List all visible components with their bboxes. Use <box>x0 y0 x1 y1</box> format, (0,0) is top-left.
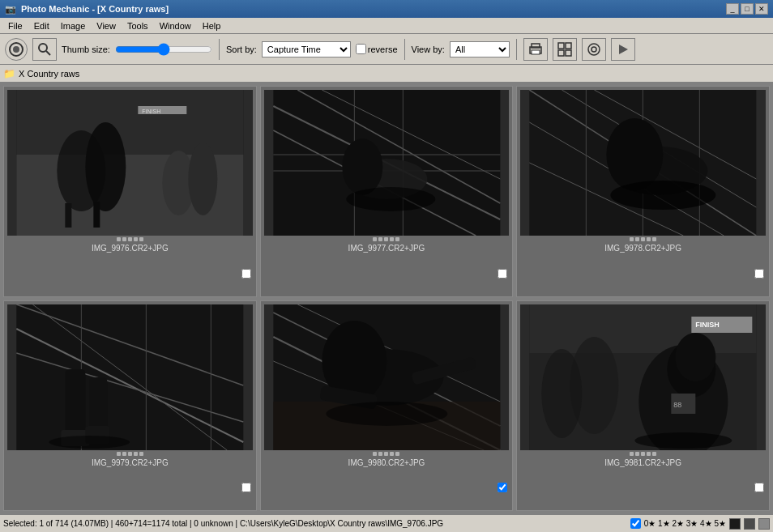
menu-file[interactable]: File <box>3 19 28 32</box>
dot <box>630 237 634 241</box>
svg-rect-20 <box>93 202 100 228</box>
thumb-size-slider[interactable] <box>115 43 212 56</box>
svg-point-83 <box>676 333 716 381</box>
menu-edit[interactable]: Edit <box>29 19 54 32</box>
photo-select-checkbox-3[interactable] <box>754 269 764 279</box>
svg-point-49 <box>611 181 716 210</box>
svg-point-2 <box>39 44 47 52</box>
photo-filename-3: IMG_9978.CR2+JPG <box>604 244 681 253</box>
sort-by-label: Sort by: <box>226 45 257 54</box>
toolbar: Thumb size: Sort by: Capture Time Filena… <box>0 34 773 65</box>
svg-rect-7 <box>558 43 564 49</box>
photo-thumbnail-3 <box>520 90 766 236</box>
list-item[interactable]: FINISH IMG_9976.CR2+JPG <box>3 86 257 297</box>
toolbar-separator-1 <box>219 39 220 60</box>
dot <box>395 452 399 456</box>
svg-rect-19 <box>65 203 71 228</box>
svg-rect-10 <box>566 50 571 56</box>
toolbar-separator-3 <box>516 39 517 60</box>
photo-dots-6 <box>630 452 656 456</box>
dot <box>117 452 121 456</box>
status-checkbox[interactable] <box>630 518 641 529</box>
photo-select-checkbox-6[interactable] <box>754 483 764 492</box>
menu-image[interactable]: Image <box>56 19 91 32</box>
svg-line-3 <box>46 51 50 55</box>
photo-filename-1: IMG_9976.CR2+JPG <box>92 244 169 253</box>
menu-bar: File Edit Image View Tools Window Help <box>0 18 773 34</box>
dot <box>641 452 645 456</box>
menu-window[interactable]: Window <box>155 19 196 32</box>
zoom-button[interactable] <box>32 38 57 61</box>
color-swatch-light[interactable] <box>758 518 770 530</box>
dot <box>122 237 126 241</box>
star-rating-label: 0★ 1★ 2★ 3★ 4★ 5★ <box>644 519 726 528</box>
menu-view[interactable]: View <box>92 19 121 32</box>
menu-help[interactable]: Help <box>198 19 226 32</box>
dot <box>134 452 138 456</box>
photo-dots-3 <box>630 237 656 241</box>
sort-by-select[interactable]: Capture Time Filename File Size Date Mod… <box>262 41 351 57</box>
dot <box>378 452 382 456</box>
dot <box>635 237 639 241</box>
print-button[interactable] <box>523 38 548 61</box>
close-button[interactable]: ✕ <box>755 3 768 15</box>
title-bar: 📷 Photo Mechanic - [X Country raws] _ □ … <box>0 0 773 18</box>
dot <box>390 237 394 241</box>
photo-select-checkbox-5[interactable] <box>498 483 507 492</box>
current-folder: X Country raws <box>19 69 79 79</box>
photo-filename-2: IMG_9977.CR2+JPG <box>348 244 425 253</box>
photo-select-checkbox-4[interactable] <box>241 483 251 492</box>
view-by-select[interactable]: All Tagged Untagged <box>450 41 510 57</box>
path-bar: 📁 X Country raws <box>0 65 773 83</box>
maximize-button[interactable]: □ <box>741 3 754 15</box>
list-item[interactable]: IMG_9978.CR2+JPG <box>516 86 770 297</box>
dot <box>652 452 656 456</box>
menu-tools[interactable]: Tools <box>122 19 153 32</box>
photo-dots-2 <box>373 237 399 241</box>
svg-text:88: 88 <box>674 401 682 409</box>
title-bar-left: 📷 Photo Mechanic - [X Country raws] <box>5 4 169 15</box>
svg-rect-58 <box>65 369 85 434</box>
svg-point-37 <box>346 187 435 211</box>
svg-point-85 <box>542 349 583 438</box>
folder-icon: 📁 <box>3 68 15 79</box>
list-item[interactable]: IMG_9980.CR2+JPG <box>260 300 514 512</box>
window-title: Photo Mechanic - [X Country raws] <box>21 4 169 14</box>
dot <box>395 237 399 241</box>
svg-point-62 <box>49 436 130 449</box>
dot <box>117 237 121 241</box>
svg-rect-8 <box>566 43 571 49</box>
dot <box>378 237 382 241</box>
thumbnail-view-button[interactable] <box>553 38 577 61</box>
dot <box>373 452 377 456</box>
photo-select-checkbox-1[interactable] <box>241 269 251 279</box>
photo-dots-1 <box>117 237 143 241</box>
loupe-button[interactable] <box>582 38 606 61</box>
slideshow-button[interactable] <box>611 38 635 61</box>
list-item[interactable]: IMG_9977.CR2+JPG <box>260 86 514 297</box>
svg-point-73 <box>326 402 447 426</box>
svg-point-86 <box>635 432 732 449</box>
color-swatch-gray[interactable] <box>744 518 755 530</box>
dot <box>641 237 645 241</box>
dot <box>134 237 138 241</box>
list-item[interactable]: IMG_9979.CR2+JPG <box>3 300 257 512</box>
svg-text:FINISH: FINISH <box>696 321 720 329</box>
reverse-checkbox[interactable] <box>356 44 366 54</box>
reverse-checkbox-label: reverse <box>356 44 398 54</box>
photo-filename-4: IMG_9979.CR2+JPG <box>92 458 169 467</box>
color-swatch-black[interactable] <box>729 518 741 530</box>
app-icon: 📷 <box>5 4 16 15</box>
photo-select-checkbox-2[interactable] <box>498 269 507 279</box>
svg-point-12 <box>591 47 596 52</box>
dot <box>652 237 656 241</box>
svg-rect-5 <box>532 44 540 48</box>
minimize-button[interactable]: _ <box>726 3 739 15</box>
svg-point-36 <box>342 138 382 195</box>
dot <box>647 452 651 456</box>
list-item[interactable]: FINISH 88 IMG_9981.CR2+ <box>516 300 770 512</box>
dot <box>635 452 639 456</box>
dot <box>122 452 126 456</box>
capture-button[interactable] <box>5 38 28 61</box>
title-bar-controls[interactable]: _ □ ✕ <box>726 3 768 15</box>
